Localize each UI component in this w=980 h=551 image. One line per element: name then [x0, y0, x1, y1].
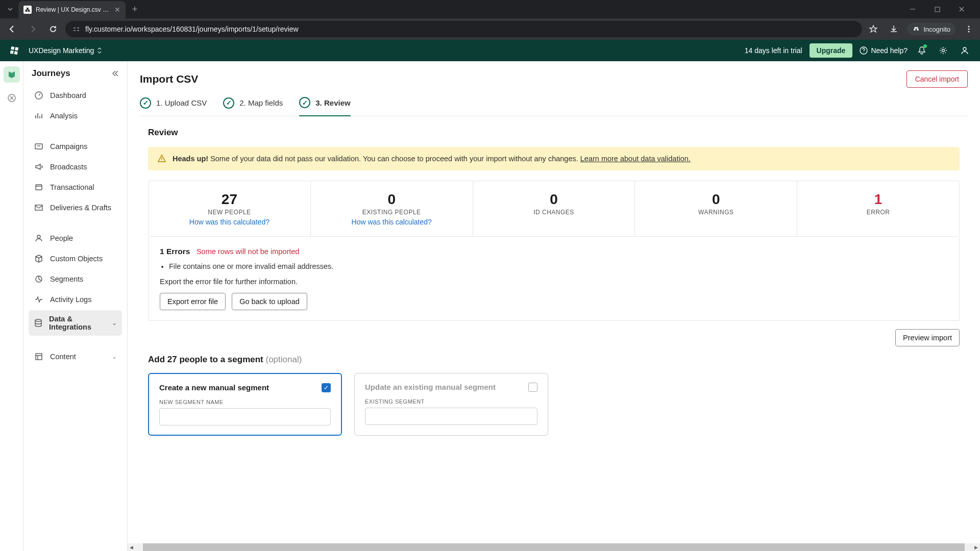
- sidebar-item-people[interactable]: People: [29, 229, 122, 248]
- database-icon: [34, 318, 43, 328]
- downloads-button[interactable]: [887, 22, 901, 36]
- sidebar-item-activity-logs[interactable]: Activity Logs: [29, 290, 122, 309]
- address-bar[interactable]: fly.customer.io/workspaces/160831/journe…: [65, 21, 862, 37]
- go-back-to-upload-button[interactable]: Go back to upload: [232, 293, 307, 310]
- megaphone-icon: [34, 162, 44, 172]
- sidebar-item-deliveries[interactable]: Deliveries & Drafts: [29, 198, 122, 217]
- sidebar-item-analysis[interactable]: Analysis: [29, 106, 122, 126]
- app-logo-icon[interactable]: [8, 44, 20, 57]
- forward-button[interactable]: [24, 21, 41, 37]
- svg-point-8: [968, 31, 970, 33]
- transactional-icon: [34, 182, 44, 192]
- help-icon: [860, 46, 868, 55]
- pulse-icon: [34, 294, 44, 305]
- existing-segment-select[interactable]: [365, 408, 537, 425]
- svg-rect-1: [935, 7, 940, 12]
- browser-tab[interactable]: ⁂ Review | UX Design.csv | Import ✕: [18, 1, 126, 18]
- svg-point-6: [968, 26, 970, 28]
- cancel-import-button[interactable]: Cancel import: [906, 70, 968, 88]
- sidebar-item-dashboard[interactable]: Dashboard: [29, 86, 122, 105]
- segment-checkbox[interactable]: [528, 383, 537, 392]
- chevron-down-icon: ⌄: [112, 319, 117, 327]
- notifications-button[interactable]: [915, 43, 929, 58]
- svg-point-11: [963, 47, 966, 51]
- svg-rect-20: [36, 354, 42, 360]
- chevron-updown-icon: [97, 47, 102, 54]
- reload-button[interactable]: [45, 21, 61, 37]
- stat-id-changes: 0 ID CHANGES: [473, 181, 635, 236]
- dashboard-icon: [34, 90, 44, 101]
- validation-alert: Heads up! Some of your data did not pass…: [148, 147, 960, 170]
- stat-error: 1 ERROR: [797, 181, 959, 236]
- sidebar-item-data-integrations[interactable]: Data & Integrations ⌄: [29, 310, 122, 336]
- rail-journeys[interactable]: [4, 66, 20, 83]
- sidebar-item-content[interactable]: Content ⌄: [29, 347, 122, 366]
- stat-new-people: 27 NEW PEOPLE How was this calculated?: [149, 181, 311, 236]
- export-error-file-button[interactable]: Export error file: [160, 293, 226, 310]
- sidebar-item-campaigns[interactable]: Campaigns: [29, 137, 122, 156]
- chevron-down-icon: ⌄: [112, 353, 117, 360]
- upgrade-button[interactable]: Upgrade: [810, 43, 853, 58]
- trial-status: 14 days left in trial: [745, 46, 802, 55]
- svg-rect-2: [74, 28, 76, 29]
- how-calculated-link[interactable]: How was this calculated?: [154, 218, 305, 226]
- errors-title: 1 Errors: [160, 247, 190, 256]
- section-title: Review: [140, 128, 968, 138]
- new-tab-button[interactable]: +: [128, 2, 142, 16]
- horizontal-scrollbar[interactable]: ◀ ▶: [128, 543, 980, 551]
- update-segment-card[interactable]: Update an existing manual segment EXISTI…: [354, 373, 548, 436]
- cube-icon: [34, 254, 44, 264]
- help-link[interactable]: Need help?: [860, 46, 908, 55]
- step-review[interactable]: ✓ 3. Review: [299, 97, 350, 116]
- sidebar-item-custom-objects[interactable]: Custom Objects: [29, 249, 122, 268]
- account-button[interactable]: [958, 43, 972, 58]
- rail-item-2[interactable]: [4, 90, 20, 106]
- how-calculated-link[interactable]: How was this calculated?: [316, 218, 468, 226]
- sidebar-item-segments[interactable]: Segments: [29, 269, 122, 289]
- svg-rect-5: [77, 30, 79, 31]
- sidebar-item-broadcasts[interactable]: Broadcasts: [29, 157, 122, 177]
- learn-more-link[interactable]: Learn more about data validation.: [580, 155, 691, 163]
- segments-icon: [34, 274, 44, 284]
- window-close-button[interactable]: [951, 2, 972, 17]
- scroll-right-button[interactable]: ▶: [972, 543, 980, 551]
- tab-dropdown-button[interactable]: [4, 3, 16, 15]
- notification-dot: [923, 44, 927, 48]
- url-text: fly.customer.io/workspaces/160831/journe…: [85, 25, 855, 33]
- page-title: Import CSV: [140, 73, 198, 85]
- errors-subtitle: Some rows will not be imported: [197, 247, 299, 256]
- tab-favicon-icon: ⁂: [23, 6, 32, 14]
- window-minimize-button[interactable]: [902, 2, 923, 17]
- scroll-thumb[interactable]: [143, 543, 965, 551]
- incognito-indicator: Incognito: [907, 23, 955, 35]
- svg-rect-3: [77, 28, 79, 29]
- new-segment-name-input[interactable]: [159, 408, 331, 425]
- settings-button[interactable]: [936, 43, 950, 58]
- incognito-icon: [912, 25, 920, 33]
- svg-point-7: [968, 29, 970, 30]
- site-settings-icon[interactable]: [72, 26, 80, 33]
- step-upload-csv[interactable]: ✓ 1. Upload CSV: [140, 97, 207, 116]
- step-map-fields[interactable]: ✓ 2. Map fields: [223, 97, 283, 116]
- segment-checkbox-checked[interactable]: ✓: [322, 383, 331, 392]
- svg-point-17: [37, 235, 40, 238]
- scroll-left-button[interactable]: ◀: [128, 543, 135, 551]
- stats-row: 27 NEW PEOPLE How was this calculated? 0…: [148, 181, 960, 237]
- svg-rect-4: [74, 30, 76, 31]
- window-maximize-button[interactable]: [927, 2, 947, 17]
- create-segment-card[interactable]: Create a new manual segment ✓ NEW SEGMEN…: [148, 373, 342, 436]
- sidebar-item-transactional[interactable]: Transactional: [29, 178, 122, 197]
- svg-rect-14: [35, 144, 42, 149]
- preview-import-button[interactable]: Preview import: [895, 329, 960, 346]
- content-icon: [34, 352, 44, 362]
- browser-menu-button[interactable]: [962, 22, 976, 36]
- tab-close-button[interactable]: ✕: [114, 6, 120, 14]
- back-button[interactable]: [4, 21, 20, 37]
- svg-point-10: [942, 49, 945, 52]
- check-icon: ✓: [223, 97, 234, 109]
- bookmark-button[interactable]: [866, 22, 880, 36]
- check-icon: ✓: [140, 97, 151, 109]
- workspace-switcher[interactable]: UXDesign Marketing: [29, 46, 102, 55]
- collapse-sidebar-button[interactable]: [111, 69, 119, 78]
- warning-icon: [157, 154, 166, 163]
